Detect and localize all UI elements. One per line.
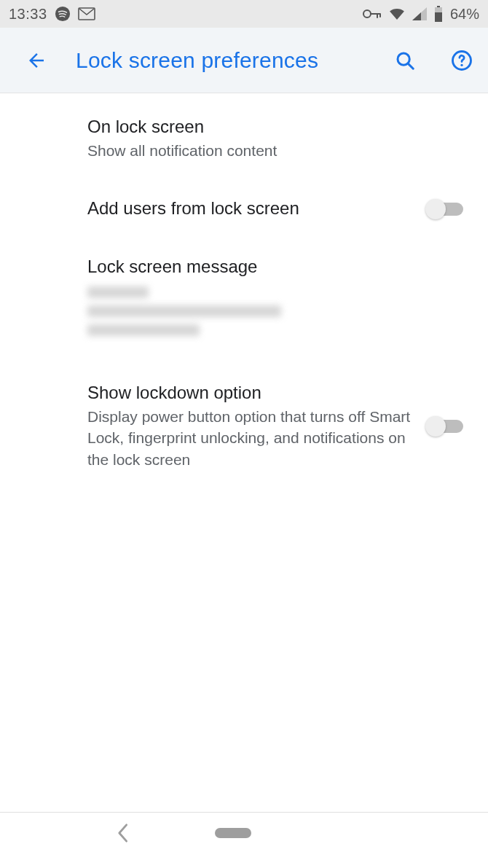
- pref-title: Add users from lock screen: [87, 197, 414, 220]
- svg-rect-3: [437, 6, 440, 7]
- pref-title: Lock screen message: [87, 255, 466, 278]
- vpn-key-icon: [363, 9, 382, 19]
- search-button[interactable]: [387, 43, 422, 78]
- help-icon: [451, 50, 473, 71]
- cell-signal-icon: [412, 7, 427, 20]
- pref-on-lock-screen[interactable]: On lock screen Show all notification con…: [0, 93, 488, 179]
- pref-summary: Show all notification content: [87, 140, 466, 161]
- help-button[interactable]: [444, 43, 479, 78]
- switch-show-lockdown[interactable]: [425, 415, 466, 437]
- pref-summary: Display power button option that turns o…: [87, 406, 414, 470]
- svg-point-8: [460, 63, 463, 66]
- nav-back-button[interactable]: [115, 823, 130, 843]
- battery-percent: 64%: [450, 6, 479, 23]
- app-bar: Lock screen preferences: [0, 28, 488, 93]
- svg-rect-5: [435, 12, 442, 22]
- navigation-bar: [0, 813, 488, 868]
- status-clock: 13:33: [9, 6, 47, 23]
- chevron-left-icon: [115, 823, 130, 843]
- search-icon: [394, 50, 416, 71]
- battery-icon: [434, 6, 443, 22]
- pref-lock-screen-message[interactable]: Lock screen message: [0, 238, 488, 363]
- nav-spacer: [337, 828, 374, 838]
- pref-show-lockdown[interactable]: Show lockdown option Display power butto…: [0, 364, 488, 488]
- pref-summary-redacted: [87, 286, 291, 339]
- pref-title: On lock screen: [87, 115, 466, 138]
- wifi-icon: [389, 7, 405, 20]
- page-title: Lock screen preferences: [76, 48, 366, 73]
- arrow-back-icon: [25, 50, 47, 71]
- switch-add-users[interactable]: [425, 198, 466, 219]
- pref-add-users[interactable]: Add users from lock screen: [0, 179, 488, 238]
- settings-list: On lock screen Show all notification con…: [0, 93, 488, 488]
- status-bar: 13:33 64%: [0, 0, 488, 28]
- back-button[interactable]: [19, 43, 54, 78]
- gmail-icon: [78, 7, 95, 20]
- pref-title: Show lockdown option: [87, 381, 414, 404]
- nav-home-pill[interactable]: [215, 828, 251, 838]
- spotify-icon: [55, 6, 71, 22]
- svg-point-2: [363, 10, 371, 17]
